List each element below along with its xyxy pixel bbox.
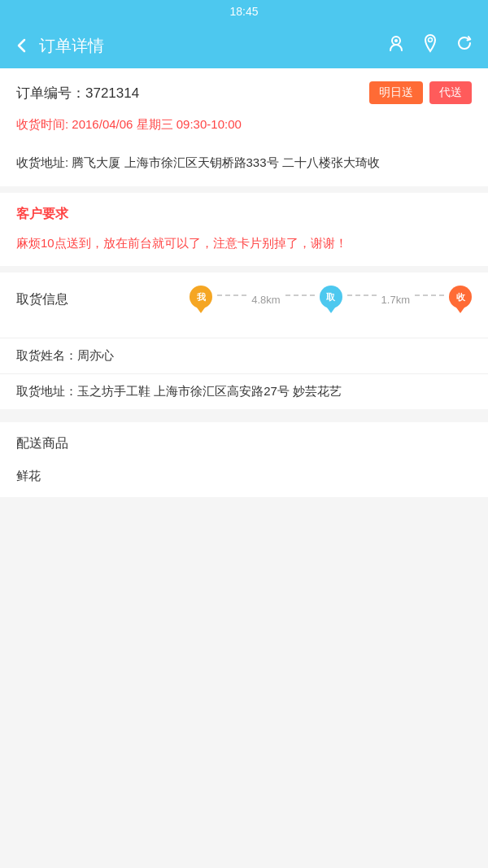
pin-take: 取 — [320, 286, 342, 313]
delivery-time-label: 收货时间: — [16, 117, 72, 131]
top-bar: 订单详情 — [0, 23, 488, 68]
customer-service-icon[interactable] — [386, 33, 407, 59]
pin-deliver-tail — [456, 308, 464, 313]
dist-line-4 — [415, 294, 444, 296]
distance-2: 1.7km — [381, 294, 410, 306]
distance-1: 4.8km — [251, 294, 280, 306]
order-id-value: 3721314 — [85, 85, 139, 101]
delivery-address: 收货地址: 腾飞大厦 上海市徐汇区天钥桥路333号 二十八楼张大琦收 — [0, 144, 488, 193]
pin-deliver-label: 收 — [456, 291, 465, 303]
delivery-address-label: 收货地址: — [16, 155, 72, 169]
status-bar: 18:45 — [0, 0, 488, 23]
pickup-header: 取货信息 我 4.8km 取 1.7km — [16, 286, 472, 313]
map-icon[interactable] — [420, 33, 441, 59]
customer-req-title: 客户要求 — [16, 206, 472, 223]
dist-line-3 — [347, 294, 377, 296]
pin-deliver-circle: 收 — [449, 286, 472, 308]
delivery-time-value: 2016/04/06 星期三 09:30-10:00 — [72, 117, 241, 131]
badge-group: 明日送 代送 — [369, 81, 472, 104]
svg-point-2 — [429, 38, 433, 42]
order-id: 订单编号：3721314 — [16, 84, 139, 103]
delivery-time: 收货时间: 2016/04/06 星期三 09:30-10:00 — [0, 112, 488, 144]
pickup-name-label: 取货姓名： — [16, 348, 77, 362]
proxy-delivery-badge[interactable]: 代送 — [429, 81, 472, 104]
order-header: 订单编号：3721314 明日送 代送 — [0, 68, 488, 112]
delivery-address-value: 腾飞大厦 上海市徐汇区天钥桥路333号 二十八楼张大琦收 — [72, 155, 379, 169]
pin-me-circle: 我 — [190, 286, 212, 308]
pickup-address-label: 取货地址： — [16, 384, 77, 398]
dist-line-1 — [217, 294, 246, 296]
refresh-icon[interactable] — [454, 33, 475, 59]
pickup-label: 取货信息 — [16, 291, 68, 308]
status-time: 18:45 — [229, 5, 258, 18]
dist-line-2 — [285, 294, 315, 296]
pickup-address-row: 取货地址：玉之坊手工鞋 上海市徐汇区高安路27号 妙芸花艺 — [0, 374, 488, 416]
pickup-address-value: 玉之坊手工鞋 上海市徐汇区高安路27号 妙芸花艺 — [77, 384, 342, 398]
pin-take-tail — [327, 308, 335, 313]
pickup-name-value: 周亦心 — [77, 348, 114, 362]
tomorrow-delivery-badge[interactable]: 明日送 — [369, 81, 423, 104]
pin-take-label: 取 — [326, 291, 335, 303]
pickup-info-section: 取货信息 我 4.8km 取 1.7km — [0, 273, 488, 338]
pin-deliver: 收 — [449, 286, 472, 313]
delivery-products-section: 配送商品 鲜花 — [0, 416, 488, 497]
product-item: 鲜花 — [16, 462, 472, 491]
top-icons — [386, 33, 475, 59]
customer-req-text: 麻烦10点送到，放在前台就可以了，注意卡片别掉了，谢谢！ — [16, 233, 472, 254]
delivery-products-title: 配送商品 — [16, 435, 472, 452]
page-title: 订单详情 — [39, 35, 386, 57]
svg-point-1 — [394, 39, 398, 42]
pin-me-tail — [197, 308, 205, 313]
pickup-name-row: 取货姓名：周亦心 — [0, 338, 488, 374]
customer-requirements: 客户要求 麻烦10点送到，放在前台就可以了，注意卡片别掉了，谢谢！ — [0, 193, 488, 273]
back-button[interactable] — [13, 37, 31, 55]
pin-take-circle: 取 — [320, 286, 342, 308]
distance-row: 我 4.8km 取 1.7km 收 — [75, 286, 472, 313]
pin-me: 我 — [190, 286, 212, 313]
pin-me-label: 我 — [197, 291, 206, 303]
order-id-label: 订单编号： — [16, 85, 85, 101]
